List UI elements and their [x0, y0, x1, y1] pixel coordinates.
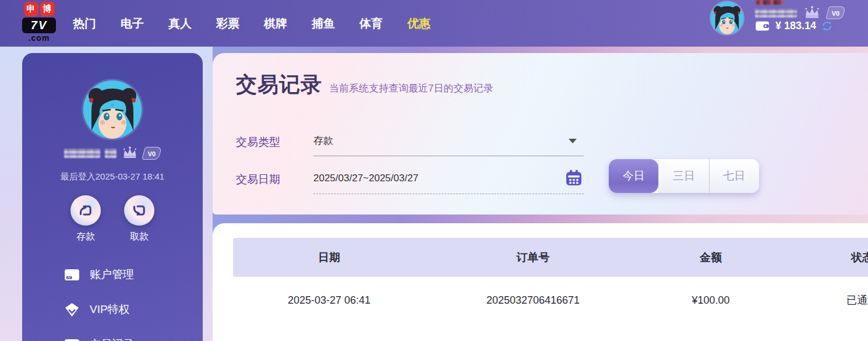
cell-date: 2025-03-27 06:41 — [233, 294, 425, 307]
nav-item-live[interactable]: 真人 — [167, 13, 193, 34]
transaction-type-select[interactable]: 存款 — [313, 126, 584, 156]
tab-today[interactable]: 今日 — [609, 159, 658, 193]
cell-amount: ¥100.00 — [641, 294, 781, 307]
user-identity[interactable]: V0 — [755, 6, 844, 20]
deposit-button[interactable]: 存款 — [67, 195, 104, 243]
page-background: 交易记录 当前系统支持查询最近7日的交易记录 交易类型 存款 交易日期 2025… — [0, 47, 868, 341]
records-icon — [64, 339, 80, 341]
chevron-down-icon[interactable] — [569, 139, 577, 143]
table-header-row: 日期 订单号 金额 状态 — [233, 238, 868, 277]
bank-card-icon — [64, 269, 80, 281]
cell-orderno: 2025032706416671 — [425, 294, 641, 307]
transaction-table-card: 日期 订单号 金额 状态 2025-03-27 06:41 2025032706… — [213, 223, 868, 341]
nav-item-sports[interactable]: 体育 — [358, 13, 384, 34]
vip-level-badge: V0 — [142, 147, 163, 160]
sidebar-item-label: VIP特权 — [90, 302, 130, 317]
censored-username — [64, 149, 100, 158]
vip-crown-icon — [803, 6, 821, 20]
transaction-type-value: 存款 — [313, 134, 333, 147]
nav-item-lottery[interactable]: 彩票 — [214, 13, 241, 34]
transaction-type-label: 交易类型 — [236, 135, 312, 150]
content-column: 交易记录 当前系统支持查询最近7日的交易记录 交易类型 存款 交易日期 2025… — [213, 47, 868, 341]
vip-diamond-icon — [64, 303, 80, 317]
sidebar: V0 最后登入2025-03-27 18:41 存款 — [22, 53, 203, 341]
logo-tld: .com — [22, 33, 56, 43]
top-navbar: 申 博 7V .com 热门 电子 真人 彩票 棋牌 捕鱼 体育 优惠 — [0, 0, 868, 47]
calendar-icon[interactable] — [565, 169, 583, 187]
avatar-illustration — [711, 2, 743, 34]
censored-text — [756, 0, 783, 5]
quick-actions: 存款 取款 — [22, 195, 203, 243]
logo-square-1: 申 — [24, 2, 38, 16]
deposit-label: 存款 — [67, 231, 104, 243]
refresh-icon[interactable] — [821, 20, 833, 32]
col-header-amount: 金额 — [641, 250, 781, 265]
transaction-filter-card: 交易记录 当前系统支持查询最近7日的交易记录 交易类型 存款 交易日期 2025… — [213, 53, 868, 215]
nav-item-promos[interactable]: 优惠 — [405, 13, 432, 34]
col-header-status: 状态 — [781, 250, 868, 265]
avatar[interactable] — [711, 2, 743, 34]
app-window: 申 博 7V .com 热门 电子 真人 彩票 棋牌 捕鱼 体育 优惠 — [0, 0, 868, 341]
nav-item-cards[interactable]: 棋牌 — [262, 13, 289, 34]
censored-username — [755, 9, 797, 17]
nav-item-hot[interactable]: 热门 — [71, 13, 98, 34]
withdraw-label: 取款 — [121, 231, 158, 243]
deposit-icon — [70, 195, 101, 226]
transaction-date-value: 2025/03/27~2025/03/27 — [313, 173, 418, 184]
sidebar-item-label: 账户管理 — [90, 267, 134, 282]
vip-crown-icon — [121, 146, 139, 160]
withdraw-icon — [124, 195, 154, 226]
cell-status: 已通过 — [781, 293, 868, 307]
balance-amount: ¥ 183.14 — [775, 20, 816, 32]
sidebar-menu: 账户管理 VIP特权 交易记录 — [64, 266, 192, 341]
sidebar-item-vip[interactable]: VIP特权 — [64, 301, 192, 318]
vip-level-badge: V0 — [825, 6, 846, 19]
logo-top-row: 申 博 — [22, 2, 56, 16]
nav-item-slots[interactable]: 电子 — [119, 13, 146, 34]
balance-bar: ¥ 183.14 — [755, 20, 833, 32]
brand-logo[interactable]: 申 博 7V .com — [22, 2, 56, 43]
table-row: 2025-03-27 06:41 2025032706416671 ¥100.0… — [233, 277, 868, 324]
avatar[interactable] — [83, 80, 142, 139]
main-nav: 热门 电子 真人 彩票 棋牌 捕鱼 体育 优惠 — [71, 0, 432, 47]
title-row: 交易记录 当前系统支持查询最近7日的交易记录 — [236, 71, 493, 99]
transaction-date-label: 交易日期 — [236, 172, 312, 187]
tab-seven-days[interactable]: 七日 — [710, 159, 759, 193]
user-area: V0 ¥ 183.14 — [711, 0, 868, 47]
transaction-date-input[interactable]: 2025/03/27~2025/03/27 — [313, 163, 584, 194]
withdraw-button[interactable]: 取款 — [121, 195, 158, 243]
avatar-illustration — [83, 80, 142, 139]
sidebar-item-transactions[interactable]: 交易记录 — [64, 336, 192, 341]
last-login-text: 最后登入2025-03-27 18:41 — [22, 171, 203, 182]
user-identity: V0 — [22, 146, 203, 160]
sidebar-item-label: 交易记录 — [90, 337, 134, 341]
col-header-orderno: 订单号 — [425, 250, 641, 265]
logo-square-2: 博 — [40, 2, 55, 16]
logo-name: 7V — [22, 17, 56, 33]
page-subtitle: 当前系统支持查询最近7日的交易记录 — [329, 82, 493, 95]
nav-item-fishing[interactable]: 捕鱼 — [310, 13, 337, 34]
wallet-icon — [755, 20, 771, 32]
tab-three-days[interactable]: 三日 — [658, 159, 709, 193]
sidebar-item-account[interactable]: 账户管理 — [64, 266, 192, 283]
col-header-date: 日期 — [233, 250, 425, 265]
page-title: 交易记录 — [236, 71, 322, 99]
date-range-tabs: 今日 三日 七日 — [609, 159, 759, 193]
censored-username-suffix — [105, 149, 117, 158]
